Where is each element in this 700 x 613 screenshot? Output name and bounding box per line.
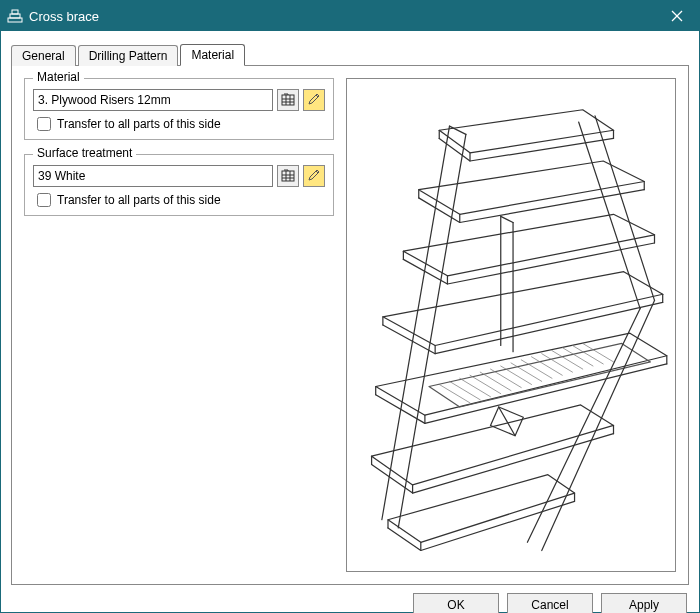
surface-group: Surface treatment bbox=[24, 154, 334, 216]
cancel-button[interactable]: Cancel bbox=[507, 593, 593, 613]
svg-line-46 bbox=[501, 366, 532, 384]
surface-edit-button[interactable] bbox=[303, 165, 325, 187]
svg-rect-12 bbox=[282, 171, 294, 181]
svg-marker-10 bbox=[309, 94, 319, 104]
svg-line-41 bbox=[450, 381, 481, 399]
svg-rect-2 bbox=[12, 10, 18, 14]
svg-rect-5 bbox=[282, 95, 294, 105]
svg-marker-23 bbox=[419, 161, 645, 214]
surface-browse-button[interactable] bbox=[277, 165, 299, 187]
pencil-icon bbox=[307, 92, 321, 109]
material-edit-button[interactable] bbox=[303, 89, 325, 111]
svg-line-47 bbox=[511, 363, 542, 381]
grid-icon bbox=[281, 92, 295, 109]
svg-marker-39 bbox=[429, 343, 650, 407]
surface-transfer-label: Transfer to all parts of this side bbox=[57, 193, 221, 207]
material-group: Material bbox=[24, 78, 334, 140]
svg-marker-61 bbox=[388, 475, 575, 543]
surface-input[interactable] bbox=[33, 165, 273, 187]
svg-line-67 bbox=[501, 216, 513, 222]
svg-marker-17 bbox=[309, 170, 319, 180]
grid-icon bbox=[281, 168, 295, 185]
tab-drilling-pattern[interactable]: Drilling Pattern bbox=[78, 45, 179, 66]
svg-line-42 bbox=[460, 378, 491, 396]
stair-preview-image bbox=[347, 79, 675, 571]
material-transfer-label: Transfer to all parts of this side bbox=[57, 117, 221, 131]
svg-line-45 bbox=[491, 369, 522, 387]
surface-transfer-input[interactable] bbox=[37, 193, 51, 207]
svg-rect-1 bbox=[10, 14, 20, 18]
tabstrip: General Drilling Pattern Material bbox=[11, 41, 689, 65]
svg-rect-0 bbox=[8, 18, 22, 22]
surface-transfer-checkbox[interactable]: Transfer to all parts of this side bbox=[33, 193, 325, 207]
preview-panel bbox=[346, 78, 676, 572]
titlebar: Cross brace bbox=[1, 1, 699, 31]
tab-material[interactable]: Material bbox=[180, 44, 245, 66]
material-transfer-checkbox[interactable]: Transfer to all parts of this side bbox=[33, 117, 325, 131]
material-browse-button[interactable] bbox=[277, 89, 299, 111]
apply-button[interactable]: Apply bbox=[601, 593, 687, 613]
dialog-buttons: OK Cancel Apply bbox=[11, 585, 689, 613]
client-area: General Drilling Pattern Material Materi… bbox=[1, 31, 699, 613]
app-icon bbox=[7, 8, 23, 24]
svg-marker-27 bbox=[403, 214, 654, 275]
material-input[interactable] bbox=[33, 89, 273, 111]
tab-body-material: Material bbox=[11, 65, 689, 585]
material-legend: Material bbox=[33, 70, 84, 84]
close-button[interactable] bbox=[655, 1, 699, 31]
dialog-window: Cross brace General Drilling Pattern Mat… bbox=[0, 0, 700, 613]
svg-line-44 bbox=[480, 372, 511, 390]
svg-line-50 bbox=[542, 354, 573, 372]
window-title: Cross brace bbox=[29, 9, 655, 24]
svg-line-40 bbox=[439, 384, 470, 402]
pencil-icon bbox=[307, 168, 321, 185]
ok-button[interactable]: OK bbox=[413, 593, 499, 613]
svg-marker-19 bbox=[439, 110, 613, 153]
svg-line-43 bbox=[470, 375, 501, 393]
tab-general[interactable]: General bbox=[11, 45, 76, 66]
left-column: Material bbox=[24, 78, 334, 572]
surface-legend: Surface treatment bbox=[33, 146, 136, 160]
material-transfer-input[interactable] bbox=[37, 117, 51, 131]
